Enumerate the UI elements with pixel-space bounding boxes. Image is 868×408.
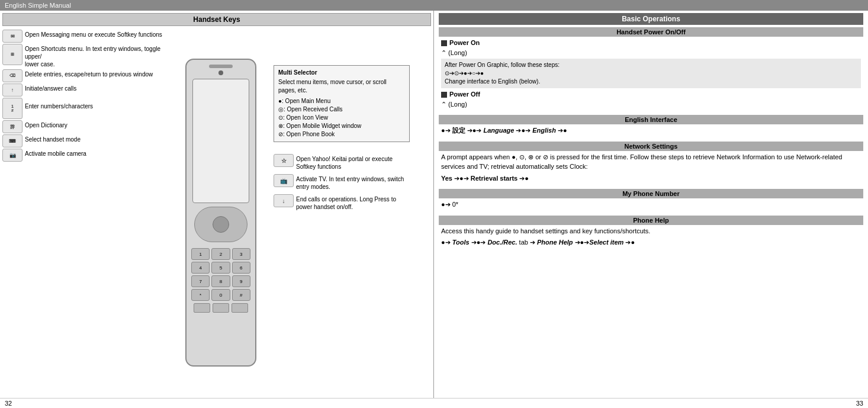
right-panel: Basic Operations Handset Power On/Off Po… (434, 11, 868, 398)
basic-operations-title: Basic Operations (439, 13, 863, 25)
phone-key-7: 7 (191, 275, 210, 287)
power-off-long: ⌃ (Long) (441, 99, 861, 110)
english-interface-text: ●➔ 設定 ➔●➔ Language ➔●➔ English ➔● (441, 127, 567, 134)
phone-image: 1 2 3 4 5 6 7 8 9 * 0 # (171, 30, 271, 396)
camera-key-icon: 📷 (2, 149, 22, 162)
power-on-long: ⌃ (Long) (441, 48, 861, 58)
messaging-key-icon: ✉ (2, 30, 22, 43)
top-bar-title: English Simple Manual (5, 2, 71, 9)
multi-selector-title: Multi Selector (278, 69, 405, 77)
yahoo-key-icon: ☆ (274, 154, 294, 167)
handset-keys-title: Handset Keys (2, 13, 431, 26)
handset-power-title: Handset Power On/Off (439, 27, 863, 37)
english-interface-title: English Interface (439, 115, 863, 124)
network-settings-section: Network Settings A prompt appears when ●… (439, 142, 863, 185)
phone-key-6: 6 (232, 262, 250, 274)
phone-nav (194, 207, 247, 242)
phone-key-5: 5 (211, 262, 230, 274)
english-interface-section: English Interface ●➔ 設定 ➔●➔ Language ➔●➔… (439, 115, 863, 137)
phone-key-2: 2 (211, 248, 230, 260)
delete-key-label: Delete entries, escape/return to previou… (25, 69, 153, 78)
phone-bottom-key-3 (232, 303, 248, 313)
phone-bottom-key-2 (213, 303, 229, 313)
calls-key-icon: ↑ (2, 83, 22, 97)
yahoo-key-label: Open Yahoo! Keitai portal or execute Sof… (296, 154, 410, 171)
shortcuts-key-label: Open Shortcuts menu. In text entry windo… (25, 44, 168, 68)
end-key-label: End calls or operations. Long Press to p… (296, 194, 410, 211)
my-phone-number-text: ●➔ 0* (441, 201, 458, 208)
phone-help-title: Phone Help (439, 216, 863, 225)
key-row-calls: ↑ Initiate/answer calls (2, 83, 168, 97)
shortcuts-key-icon: ⊞ (2, 44, 22, 65)
network-settings-body: A prompt appears when ●, ⊙, ⊗ or ⊘ is pr… (439, 151, 863, 185)
page-number-left: 32 (5, 400, 12, 407)
phone-key-9: 9 (232, 275, 250, 287)
multi-selector-desc: Select menu items, move cursor, or scrol… (278, 78, 405, 95)
callout-area: Multi Selector Select menu items, move c… (274, 30, 410, 396)
key-row-camera: 📷 Activate mobile camera (2, 149, 168, 162)
my-phone-number-body: ●➔ 0* (439, 198, 863, 211)
key-row-numbers: 1# Enter numbers/characters (2, 98, 168, 119)
phone-help-steps: ●➔ Tools ➔●➔ Doc./Rec. tab ➔ Phone Help … (441, 237, 861, 248)
network-settings-title: Network Settings (439, 142, 863, 151)
phone-key-star: * (191, 289, 210, 301)
phone-speaker (209, 65, 233, 68)
side-callout-yahoo: ☆ Open Yahoo! Keitai portal or execute S… (274, 154, 410, 171)
multi-selector-item-3: ⊙: Open Icon View (278, 114, 405, 122)
page-number-right: 33 (856, 400, 863, 407)
key-row-delete: ⌫ Delete entries, escape/return to previ… (2, 69, 168, 82)
phone-key-8: 8 (211, 275, 230, 287)
page-numbers: 32 33 (0, 398, 868, 408)
top-bar: English Simple Manual (0, 0, 868, 11)
power-on-infobox: After Power On Graphic, follow these ste… (441, 59, 861, 88)
phone-bottom-key-1 (194, 303, 210, 313)
dictionary-key-label: Open Dictionary (25, 120, 67, 129)
network-settings-desc: A prompt appears when ●, ⊙, ⊗ or ⊘ is pr… (441, 152, 861, 172)
multi-selector-item-4: ⊗: Open Mobile Widget window (278, 122, 405, 130)
multi-selector-item-2: ◎: Open Received Calls (278, 105, 405, 114)
power-off-heading: Power Off (441, 89, 861, 99)
left-panel: Handset Keys ✉ Open Messaging menu or ex… (0, 11, 434, 398)
key-row-shortcuts: ⊞ Open Shortcuts menu. In text entry win… (2, 44, 168, 68)
phone-body: 1 2 3 4 5 6 7 8 9 * 0 # (185, 59, 256, 367)
phone-bottom-keys (194, 303, 248, 313)
side-callouts: ☆ Open Yahoo! Keitai portal or execute S… (274, 154, 410, 211)
handset-power-body: Power On ⌃ (Long) After Power On Graphic… (439, 37, 863, 110)
delete-key-icon: ⌫ (2, 69, 22, 82)
phone-camera-dot (218, 70, 223, 75)
messaging-key-label: Open Messaging menu or execute Softkey f… (25, 30, 162, 38)
tv-key-label: Activate TV. In text entry windows, swit… (296, 174, 410, 191)
phone-nav-center (213, 216, 229, 233)
english-interface-body: ●➔ 設定 ➔●➔ Language ➔●➔ English ➔● (439, 124, 863, 137)
phone-keypad: 1 2 3 4 5 6 7 8 9 * 0 # (191, 248, 250, 301)
my-phone-number-section: My Phone Number ●➔ 0* (439, 189, 863, 211)
multi-selector-item-1: ●: Open Main Menu (278, 97, 405, 105)
handset-mode-icon: ⌨ (2, 134, 22, 147)
key-labels: ✉ Open Messaging menu or execute Softkey… (2, 30, 168, 396)
camera-key-label: Activate mobile camera (25, 149, 86, 158)
phone-help-desc: Access this handy guide to handset setti… (441, 226, 861, 236)
calls-key-label: Initiate/answer calls (25, 83, 76, 92)
key-row-dictionary: 辞 Open Dictionary (2, 120, 168, 133)
end-key-icon: ↓ (274, 194, 294, 207)
phone-help-section: Phone Help Access this handy guide to ha… (439, 216, 863, 249)
numbers-key-label: Enter numbers/characters (25, 98, 93, 110)
key-row-messaging: ✉ Open Messaging menu or execute Softkey… (2, 30, 168, 43)
power-on-heading: Power On (441, 38, 861, 48)
handset-area: ✉ Open Messaging menu or execute Softkey… (2, 30, 431, 396)
phone-key-hash: # (232, 289, 250, 301)
phone-key-4: 4 (191, 262, 210, 274)
key-row-handset-mode: ⌨ Select handset mode (2, 134, 168, 147)
phone-key-3: 3 (232, 248, 250, 260)
side-callout-tv: 📺 Activate TV. In text entry windows, sw… (274, 174, 410, 191)
handset-power-section: Handset Power On/Off Power On ⌃ (Long) A… (439, 27, 863, 110)
multi-selector-callout: Multi Selector Select menu items, move c… (274, 65, 410, 142)
phone-key-0: 0 (211, 289, 230, 301)
network-settings-steps: Yes ➔●➔ Retrieval starts ➔● (441, 174, 861, 184)
multi-selector-items: ●: Open Main Menu ◎: Open Received Calls… (278, 97, 405, 139)
dictionary-key-icon: 辞 (2, 120, 22, 133)
multi-selector-item-5: ⊘: Open Phone Book (278, 130, 405, 139)
tv-key-icon: 📺 (274, 174, 294, 187)
phone-screen (192, 79, 249, 203)
phone-help-body: Access this handy guide to handset setti… (439, 225, 863, 249)
